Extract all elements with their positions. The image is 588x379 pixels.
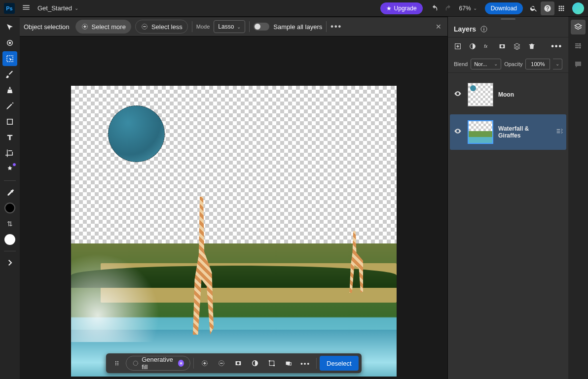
crop-tool[interactable] — [2, 146, 17, 161]
layer-name: Waterfall & Giraffes — [498, 125, 551, 139]
svg-rect-22 — [273, 365, 275, 366]
svg-rect-6 — [143, 26, 146, 27]
foreground-color[interactable] — [2, 201, 17, 215]
svg-rect-16 — [220, 363, 222, 363]
svg-point-18 — [237, 362, 239, 364]
context-more-icon[interactable]: ••• — [297, 356, 313, 371]
svg-point-13 — [133, 361, 138, 365]
generative-fill-button[interactable]: Generative fill ★ — [125, 356, 190, 371]
layer-more-icon[interactable]: ••• — [551, 42, 562, 51]
svg-point-8 — [117, 361, 118, 362]
canvas[interactable] — [71, 86, 397, 377]
svg-point-10 — [117, 363, 118, 364]
delete-layer-icon[interactable] — [528, 42, 536, 50]
more-options-icon[interactable]: ••• — [331, 22, 342, 31]
add-selection-icon[interactable] — [197, 356, 213, 371]
object-selection-tool[interactable] — [2, 51, 17, 66]
svg-point-7 — [115, 361, 116, 362]
visibility-toggle[interactable] — [453, 127, 463, 137]
mode-dropdown[interactable]: Lasso ⌄ — [214, 20, 245, 33]
sample-all-label: Sample all layers — [273, 23, 322, 31]
zoom-dropdown[interactable]: 67% ⌄ — [459, 5, 477, 12]
canvas-area[interactable]: Generative fill ★ ••• Deselect — [20, 36, 447, 379]
svg-point-32 — [579, 47, 581, 48]
menu-icon[interactable] — [22, 3, 31, 14]
layer-tools-row: fx ••• — [448, 37, 568, 55]
layers-panel-icon[interactable] — [571, 20, 586, 34]
properties-panel-icon[interactable] — [571, 38, 586, 53]
upgrade-button[interactable]: ★ Upgrade — [380, 2, 423, 14]
move-tool[interactable] — [2, 20, 17, 34]
layer-settings-icon[interactable] — [555, 127, 563, 137]
pen-tool[interactable] — [2, 99, 17, 113]
layer-stack-icon[interactable] — [513, 42, 521, 50]
deselect-label: Deselect — [327, 360, 352, 367]
shape-tool[interactable] — [2, 114, 17, 129]
opacity-label: Opacity — [504, 61, 522, 67]
brush-tool[interactable] — [2, 67, 17, 82]
swap-colors-icon[interactable]: ⇅ — [2, 216, 17, 231]
opacity-value: 100% — [531, 61, 545, 67]
redo-button[interactable] — [441, 4, 455, 12]
select-less-button[interactable]: Select less — [135, 20, 188, 34]
apps-grid-icon[interactable] — [554, 1, 568, 15]
layer-row-moon[interactable]: Moon — [450, 77, 566, 112]
chevron-down-icon: ⌄ — [494, 61, 498, 67]
options-bar: Object selection Select more Select less… — [20, 17, 447, 36]
panel-grip[interactable] — [448, 17, 568, 21]
new-layer-icon[interactable] — [454, 42, 462, 50]
transform-tool[interactable] — [2, 35, 17, 50]
tool-bar: ⇅ — [0, 17, 20, 379]
gen-fill-tool[interactable] — [2, 162, 17, 176]
upgrade-label: Upgrade — [394, 5, 417, 12]
deselect-button[interactable]: Deselect — [320, 356, 359, 371]
layer-thumbnail — [468, 83, 493, 106]
chevron-down-icon: ⌄ — [473, 5, 477, 11]
select-more-button[interactable]: Select more — [75, 20, 131, 34]
mask-icon[interactable] — [230, 356, 246, 371]
select-more-label: Select more — [92, 23, 126, 31]
select-less-label: Select less — [151, 23, 183, 31]
search-icon[interactable] — [527, 1, 541, 15]
more-tools-icon[interactable] — [2, 255, 17, 270]
document-name: Get_Started — [37, 4, 72, 12]
text-tool[interactable] — [2, 130, 17, 145]
chevron-down-icon: ⌄ — [237, 24, 241, 30]
document-name-dropdown[interactable]: Get_Started ⌄ — [37, 4, 78, 12]
app-logo[interactable]: Ps — [4, 3, 15, 14]
transform-selection-icon[interactable] — [264, 356, 280, 371]
add-mask-icon[interactable] — [498, 42, 506, 50]
layer-name: Moon — [498, 91, 563, 98]
gen-fill-label: Generative fill — [142, 356, 175, 371]
visibility-toggle[interactable] — [453, 90, 463, 100]
fill-icon[interactable] — [281, 356, 296, 371]
eyedropper-tool[interactable] — [2, 185, 17, 200]
opacity-input[interactable]: 100% — [525, 59, 550, 69]
close-options-icon[interactable]: ✕ — [434, 21, 443, 33]
undo-button[interactable] — [428, 4, 441, 12]
help-icon[interactable] — [541, 1, 554, 15]
mode-value: Lasso — [218, 23, 234, 30]
subtract-selection-icon[interactable] — [214, 356, 229, 371]
adjustment-icon[interactable] — [247, 356, 263, 371]
star-badge-icon: ★ — [178, 360, 184, 367]
sample-all-toggle[interactable] — [254, 23, 269, 31]
moon-selection — [108, 105, 165, 162]
comments-panel-icon[interactable] — [571, 57, 586, 72]
user-avatar[interactable] — [572, 2, 584, 14]
drag-handle-icon[interactable] — [109, 356, 124, 371]
background-color[interactable] — [2, 232, 17, 247]
blend-dropdown[interactable]: Nor... ⌄ — [471, 59, 501, 69]
opacity-chevron[interactable]: ⌄ — [553, 59, 562, 69]
info-icon[interactable] — [480, 25, 488, 33]
svg-point-12 — [117, 364, 118, 365]
layer-row-waterfall[interactable]: Waterfall & Giraffes — [450, 114, 566, 150]
adjustment-layer-icon[interactable] — [469, 42, 477, 50]
download-button[interactable]: Download — [485, 2, 523, 14]
zoom-value: 67% — [459, 5, 471, 12]
svg-point-30 — [501, 45, 503, 47]
clone-tool[interactable] — [2, 83, 17, 98]
fx-icon[interactable]: fx — [483, 42, 491, 50]
mode-label: Mode — [196, 24, 210, 30]
download-label: Download — [491, 5, 517, 12]
